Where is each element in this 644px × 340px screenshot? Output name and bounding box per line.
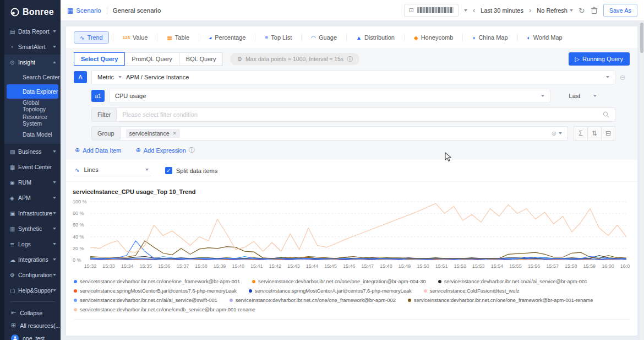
y-axis-tick: 40 % [73,234,84,240]
tab-top-list[interactable]: ≡Top List [259,32,297,43]
legend-item[interactable]: serviceInstance:ColdFusion@test_wufz [424,287,520,295]
legend-item[interactable]: serviceInstance:devharbor.ibr.net.cn/one… [252,278,426,285]
legend-item[interactable]: serviceInstance:devharbor.ibr.net.cn/ai/… [74,296,217,304]
sidebar-item-global-topology[interactable]: Global Topology [4,99,61,113]
group-input[interactable]: serviceInstance ✕ ⊗ [120,126,568,141]
sidebar-item-event-center[interactable]: ▦ Event Center [4,159,61,175]
running-query-button[interactable]: ▷ Running Query [569,52,630,66]
time-forward-icon[interactable]: › [529,7,531,14]
legend-item[interactable]: serviceInstance:devharbor.ibr.net.cn/ai/… [438,278,588,285]
split-data-checkbox[interactable]: ✓ [165,167,172,174]
tab-table[interactable]: ▦Table [161,32,195,43]
delete-icon[interactable] [591,7,598,14]
filter-input[interactable] [122,111,598,118]
legend-item[interactable]: serviceInstance:devharbor.ibr.net.cn/one… [408,296,593,304]
tab-trend[interactable]: ∿Trend [74,31,109,44]
sidebar-item-data-model[interactable]: Data Model [4,127,61,142]
save-as-button[interactable]: Save As [603,4,637,17]
user-menu[interactable]: one_test [4,332,61,340]
chevron-down-icon [53,243,56,245]
tab-honeycomb[interactable]: ◆Honeycomb [408,32,459,43]
tab-distribution[interactable]: ▲Distribution [351,32,400,43]
filter-label: Filter [91,107,116,122]
sidebar-item-search-center[interactable]: Search Center [4,70,61,84]
query-tab-select-query[interactable]: Select Query [74,52,125,66]
sidebar-item-logs[interactable]: ≣ Logs [4,236,61,252]
legend-dot-icon [74,299,77,302]
time-range-selector[interactable]: Last 30 minutes [481,7,523,14]
x-axis-tick: 15:48 [380,263,392,269]
sidebar-item-infrastructure[interactable]: ▣ Infrastructure [4,206,61,221]
legend-item[interactable]: serviceInstance:devharbor.ibr.net.cn/one… [74,306,255,314]
insight-section: ⊙ InsightSearch CenterData ExplorerGloba… [4,55,61,144]
all-resources-button[interactable]: ⊞ All resources(... [4,319,61,332]
y-axis-tick: 80 % [73,211,84,216]
tab-percentage[interactable]: ◕Percentage [203,32,251,43]
add-expression-link[interactable]: ⊕ Add Expression ⓘ [136,146,195,154]
page-scrollbar[interactable] [640,21,643,340]
scope-selector[interactable]: ⊡ [404,4,459,17]
breadcrumb-scenario[interactable]: Scenario [76,7,101,14]
x-axis-tick: 15:51 [435,263,448,269]
brand-logo[interactable]: Bonree [4,0,61,24]
info-circle-icon[interactable]: ⓘ [347,55,353,63]
tab-value[interactable]: 123Value [117,32,154,43]
legend-item[interactable]: serviceInstance:springMostCentorA.jar@ce… [249,287,412,295]
query-info-pill: ⚙ Max data points = 1000, Interval ≈ 15s… [230,53,359,65]
series-line [90,241,626,259]
x-axis-tick: 15:36 [158,263,171,269]
metric-type-select[interactable]: Metric APM / Service Instance [91,70,615,84]
legend-item[interactable]: serviceInstance:springMostCentorB.jar@ce… [74,287,237,295]
metric-select[interactable]: CPU usage [109,89,550,103]
scope-caret-icon[interactable] [464,9,467,12]
scope-selector-redacted-label [417,7,454,13]
play-icon: ▷ [575,56,580,63]
sidebar-item-integrations[interactable]: ☁ Integrations [4,252,61,267]
query-tab-promql-query[interactable]: PromQL Query [124,52,179,66]
refresh-mode-select[interactable]: No Refresh [537,7,573,14]
sidebar-item-insight[interactable]: ⊙ Insight [4,55,61,70]
remove-row-icon[interactable]: ⊖ [620,73,626,82]
sidebar-item-resource-system[interactable]: Resource System [4,113,61,127]
x-axis-tick: 15:41 [250,263,263,269]
chart-type-select[interactable]: ∿ Lines [74,165,151,176]
aggregation-select[interactable]: Last [550,89,615,103]
sigma-aggregate-button[interactable]: Σ [574,126,588,141]
tab-china-map[interactable]: ◗China Map [467,32,513,43]
tab-world-map[interactable]: ◐World Map [522,32,568,43]
add-data-item-link[interactable]: ⊕ Add Data Item [75,147,122,154]
top-header: ▦ Scenario General scenario ⊡ ‹ Last 30 … [61,0,644,21]
tab-guage[interactable]: ◠Guage [305,32,342,43]
trend-chart[interactable]: 0 %20 %40 %60 %80 %100 %15:3215:3315:341… [72,198,630,272]
percentage-icon: ◕ [209,35,212,41]
sidebar-item-help-support[interactable]: ▢ Help&Support [4,283,61,298]
group-tag: serviceInstance ✕ [126,129,181,138]
collapse-button[interactable]: ⇤ Collapse [4,306,61,319]
reload-icon[interactable]: ↻ [578,7,585,14]
split-data-label: Split data items [176,168,217,174]
sidebar-item-smartalert[interactable]: ◔ SmartAlert [4,39,61,55]
legend-item[interactable]: serviceInstance:devharbor.ibr.net.cn/one… [74,278,240,285]
scrollbar-thumb[interactable] [640,23,643,53]
top-n-button[interactable]: ⊟ [601,126,615,141]
sidebar-item-data-report[interactable]: ▤ Data Report [4,24,61,39]
x-axis-tick: 16:00 [602,263,614,269]
query-tab-bql-query[interactable]: BQL Query [179,52,223,66]
sidebar-item-synthetic[interactable]: ▥ Synthetic [4,221,61,236]
legend-item[interactable]: serviceInstance:devharbor.ibr.net.cn/one… [230,296,396,304]
plus-circle-icon: ⊕ [75,147,80,154]
clear-all-icon[interactable]: ⊗ [552,130,556,137]
app-window: Bonree ▤ Data Report◔ SmartAlert⊙ Insigh… [0,0,644,340]
series-line [90,241,626,258]
sidebar-item-apm[interactable]: ◈ APM [4,190,61,206]
sidebar-item-business[interactable]: ▨ Business [4,144,61,159]
sidebar-item-configuration[interactable]: ⚙ Configuration [4,267,61,283]
time-back-icon[interactable]: ‹ [473,7,475,14]
sidebar-item-data-explorer[interactable]: Data Explorer [7,84,58,99]
sidebar-item-rum[interactable]: ◉ RUM [4,175,61,190]
tag-remove-icon[interactable]: ✕ [173,131,177,136]
sort-button[interactable]: ⇅ [587,126,602,141]
row-a-badge: A [74,71,87,83]
metric-type-caret-icon [118,76,122,78]
chevron-down-icon [53,228,56,230]
